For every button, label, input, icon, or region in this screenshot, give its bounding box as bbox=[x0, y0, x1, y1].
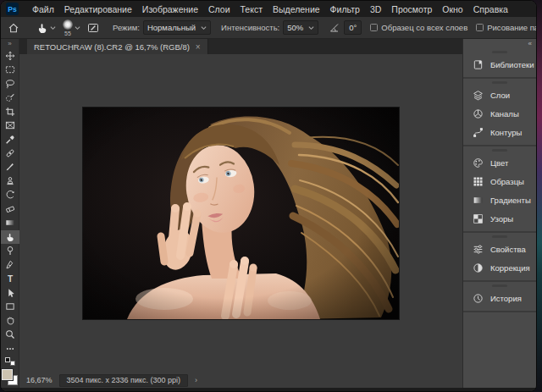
window-bottom-edge bbox=[1, 388, 536, 391]
checkbox-icon bbox=[370, 24, 378, 31]
tool-pen[interactable] bbox=[1, 257, 19, 271]
menu-filter[interactable]: Фильтр bbox=[325, 3, 365, 16]
menu-help[interactable]: Справка bbox=[468, 3, 513, 16]
tool-path-selection[interactable] bbox=[1, 285, 19, 299]
tool-history-brush[interactable] bbox=[1, 188, 19, 202]
panel-group: Свойства Коррекция bbox=[463, 233, 536, 282]
panel-grip[interactable] bbox=[492, 284, 507, 287]
tool-frame[interactable] bbox=[1, 119, 19, 132]
panel-channels[interactable]: Каналы bbox=[463, 104, 536, 123]
collapse-icon: « bbox=[528, 40, 532, 47]
menu-select[interactable]: Выделение bbox=[268, 3, 325, 16]
clone-stamp-icon bbox=[5, 176, 15, 186]
tool-brush[interactable] bbox=[1, 160, 19, 174]
type-icon bbox=[5, 273, 15, 284]
tool-rectangle[interactable] bbox=[1, 300, 19, 313]
angle-value: 0° bbox=[349, 23, 357, 32]
panel-group: Библиотеки bbox=[463, 48, 536, 79]
eraser-icon bbox=[5, 204, 15, 214]
close-icon[interactable]: × bbox=[196, 42, 201, 52]
document-tab-bar: RETOUCHRAW (8).CR2 @ 16,7% (RGB/8) × bbox=[19, 39, 462, 54]
document-size-info[interactable]: 3504 пикс. x 2336 пикс. (300 ppi) bbox=[59, 374, 188, 387]
tool-preset-picker[interactable] bbox=[35, 21, 58, 35]
panel-adjustments[interactable]: Коррекция bbox=[463, 258, 536, 277]
canvas-pasteboard[interactable] bbox=[19, 54, 462, 373]
status-chevron-icon[interactable]: › bbox=[195, 376, 197, 384]
ellipsis-icon bbox=[5, 344, 15, 354]
photoshop-window: Ps Файл Редактирование Изображение Слои … bbox=[0, 0, 537, 392]
menu-3d[interactable]: 3D bbox=[365, 3, 386, 16]
tool-move[interactable] bbox=[1, 49, 19, 63]
menu-bar: Ps Файл Редактирование Изображение Слои … bbox=[1, 1, 536, 17]
panel-grip[interactable] bbox=[492, 81, 507, 84]
mode-select[interactable]: Нормальный bbox=[143, 20, 211, 35]
sample-all-layers-label: Образец со всех слоев bbox=[381, 23, 467, 32]
tool-healing-brush[interactable] bbox=[1, 146, 19, 160]
edit-toolbar-button[interactable] bbox=[1, 341, 19, 356]
home-icon bbox=[8, 22, 19, 34]
document-tab[interactable]: RETOUCHRAW (8).CR2 @ 16,7% (RGB/8) × bbox=[27, 39, 208, 54]
brush-size-value: 55 bbox=[64, 30, 71, 36]
angle-input[interactable]: 0° bbox=[344, 20, 362, 35]
panel-layers[interactable]: Слои bbox=[463, 86, 536, 104]
chevron-down-icon bbox=[201, 25, 207, 30]
panel-grip[interactable] bbox=[492, 149, 507, 152]
panel-libraries[interactable]: Библиотеки bbox=[463, 55, 536, 74]
panel-patterns[interactable]: Узоры bbox=[463, 209, 536, 228]
tool-hand[interactable] bbox=[1, 313, 19, 327]
zoom-level[interactable]: 16,67% bbox=[26, 376, 53, 384]
canvas-image-portrait[interactable] bbox=[83, 108, 399, 319]
tool-dodge[interactable] bbox=[1, 244, 19, 257]
panel-color[interactable]: Цвет bbox=[463, 153, 536, 172]
panel-grip[interactable] bbox=[492, 51, 507, 53]
panel-history[interactable]: История bbox=[463, 289, 536, 307]
finger-painting-checkbox[interactable]: Рисование пальцем bbox=[476, 23, 537, 32]
menu-layers[interactable]: Слои bbox=[203, 3, 235, 16]
default-colors-button[interactable] bbox=[5, 357, 15, 366]
brush-size-picker[interactable]: 55 bbox=[61, 19, 82, 37]
panel-gradients[interactable]: Градиенты bbox=[463, 190, 536, 209]
tool-crop[interactable] bbox=[1, 104, 19, 118]
menu-file[interactable]: Файл bbox=[27, 3, 59, 16]
foreground-color-swatch[interactable] bbox=[2, 369, 13, 380]
panel-collapse-button[interactable]: « bbox=[463, 39, 536, 48]
menu-view[interactable]: Просмотр bbox=[386, 3, 437, 16]
sample-all-layers-checkbox[interactable]: Образец со всех слоев bbox=[370, 23, 467, 32]
menu-edit[interactable]: Редактирование bbox=[59, 3, 137, 16]
tool-lasso[interactable] bbox=[1, 77, 19, 91]
tool-eraser[interactable] bbox=[1, 202, 19, 216]
panel-properties[interactable]: Свойства bbox=[463, 240, 536, 258]
panel-paths[interactable]: Контуры bbox=[463, 123, 536, 141]
panel-group: Слои Каналы Контуры bbox=[463, 79, 536, 146]
tool-type[interactable] bbox=[1, 272, 19, 285]
tool-clone-stamp[interactable] bbox=[1, 174, 19, 188]
tool-quick-selection[interactable] bbox=[1, 91, 19, 104]
tool-zoom[interactable] bbox=[1, 328, 19, 341]
strength-value: 50% bbox=[287, 23, 303, 32]
menu-window[interactable]: Окно bbox=[437, 3, 467, 16]
document-area: RETOUCHRAW (8).CR2 @ 16,7% (RGB/8) × bbox=[19, 39, 462, 388]
tool-eyedropper[interactable] bbox=[1, 132, 19, 146]
tool-marquee[interactable] bbox=[1, 63, 19, 76]
tool-smudge[interactable] bbox=[1, 230, 19, 244]
toolbar-expand-icon[interactable]: » bbox=[8, 40, 11, 49]
paths-icon bbox=[473, 127, 484, 138]
home-button[interactable] bbox=[6, 21, 21, 35]
rectangle-icon bbox=[5, 301, 15, 312]
chevron-down-icon bbox=[75, 25, 80, 30]
tool-gradient[interactable] bbox=[1, 216, 19, 229]
strength-label: Интенсивность: bbox=[221, 23, 279, 32]
gradients-icon bbox=[473, 195, 484, 206]
brush-tip-icon bbox=[63, 19, 73, 30]
menu-image[interactable]: Изображение bbox=[137, 3, 203, 16]
chevron-down-icon bbox=[308, 25, 314, 30]
chevron-down-icon bbox=[50, 25, 56, 30]
brush-settings-panel-toggle[interactable] bbox=[86, 21, 101, 35]
strength-select[interactable]: 50% bbox=[283, 20, 318, 35]
panel-grip[interactable] bbox=[492, 235, 507, 238]
healing-brush-icon bbox=[5, 148, 15, 158]
menu-type[interactable]: Текст bbox=[235, 3, 268, 16]
dodge-icon bbox=[5, 246, 15, 256]
move-icon bbox=[5, 51, 15, 61]
panel-swatches[interactable]: Образцы bbox=[463, 172, 536, 190]
